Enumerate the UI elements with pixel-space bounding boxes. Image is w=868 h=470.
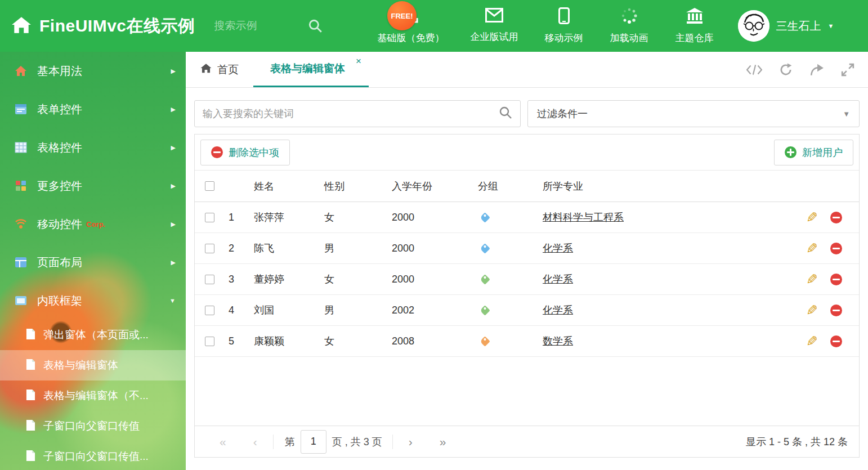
sidebar-item-more-controls[interactable]: 更多控件 ▶ [0, 167, 186, 205]
major-link[interactable]: 材料科学与工程系 [543, 212, 624, 223]
bank-icon [686, 7, 704, 26]
sidebar-item-label: 页面布局 [37, 255, 82, 270]
cell-name: 刘国 [254, 303, 324, 317]
refresh-icon[interactable] [779, 63, 793, 77]
cell-gender: 女 [324, 211, 392, 224]
nav-enterprise-trial[interactable]: 企业版试用 [471, 7, 518, 43]
row-checkbox[interactable] [205, 306, 214, 315]
table-row[interactable]: 5 康颖颖 女 2008 数学系 ✎ [195, 326, 859, 357]
first-page-button[interactable]: « [206, 436, 240, 447]
chevron-right-icon: ▶ [171, 68, 176, 75]
mobile-icon [558, 7, 570, 26]
record-summary: 显示 1 - 5 条 , 共 12 条 [746, 435, 848, 449]
cell-name: 康颖颖 [254, 334, 324, 348]
row-index: 1 [229, 212, 254, 223]
delete-icon[interactable] [830, 335, 842, 347]
delete-selected-button[interactable]: 删除选中项 [200, 140, 290, 165]
user-avatar[interactable] [738, 10, 769, 42]
sidebar-item-page-layout[interactable]: 页面布局 ▶ [0, 243, 186, 281]
table-row[interactable]: 1 张萍萍 女 2000 材料科学与工程系 ✎ [195, 202, 859, 233]
share-icon[interactable] [809, 64, 824, 76]
table-row[interactable]: 2 陈飞 男 2000 化学系 ✎ [195, 233, 859, 264]
delete-icon[interactable] [830, 212, 842, 223]
sidebar-item-basic-usage[interactable]: 基本用法 ▶ [0, 52, 186, 90]
prev-page-button[interactable]: ‹ [240, 436, 271, 447]
search-icon[interactable] [308, 19, 323, 33]
sidebar-subitem-grid-edit-window[interactable]: 表格与编辑窗体 [0, 350, 186, 381]
edit-icon[interactable]: ✎ [806, 272, 818, 287]
delete-icon[interactable] [830, 274, 842, 285]
nav-mobile-demo[interactable]: 移动示例 [544, 7, 584, 44]
delete-icon[interactable] [830, 305, 842, 316]
nav-loading-animations[interactable]: 加载动画 [610, 7, 649, 44]
cell-name: 董婷婷 [254, 272, 324, 286]
sidebar-item-label: 移动控件 [37, 217, 82, 232]
sidebar-item-form-controls[interactable]: 表单控件 ▶ [0, 90, 186, 128]
table-row[interactable]: 4 刘国 男 2002 化学系 ✎ [195, 295, 859, 326]
tab-label: 首页 [217, 62, 239, 77]
edit-icon[interactable]: ✎ [806, 303, 818, 317]
sidebar-subitem-label: 子窗口向父窗口传值 [43, 419, 140, 433]
app-logo[interactable]: FineUIMvc在线示例 [0, 15, 195, 38]
row-checkbox[interactable] [205, 275, 214, 284]
sidebar-item-iframe[interactable]: 内联框架 ▼ [0, 281, 186, 320]
keyword-search-input[interactable] [203, 108, 499, 120]
select-all-checkbox[interactable] [205, 181, 214, 191]
wireless-icon [14, 218, 28, 230]
add-user-button[interactable]: 新增用户 [774, 140, 853, 165]
major-link[interactable]: 数学系 [543, 335, 573, 347]
page-number-input[interactable] [301, 430, 326, 454]
file-icon [26, 328, 35, 342]
sidebar-item-grid-controls[interactable]: 表格控件 ▶ [0, 128, 186, 167]
delete-icon[interactable] [830, 243, 842, 254]
nav-theme-repo[interactable]: 主题仓库 [675, 7, 714, 44]
nav-label: 企业版试用 [471, 30, 518, 43]
cell-name: 张萍萍 [254, 211, 324, 224]
user-menu[interactable]: 三生石上 ▼ [738, 10, 834, 42]
edit-icon[interactable]: ✎ [806, 211, 818, 225]
sidebar-item-mobile-controls[interactable]: 移动控件 Corp. ▶ [0, 205, 186, 243]
cell-year: 2000 [392, 243, 478, 254]
header-nav: 基础版（免费） 企业版试用 移动示例 加载动画 主题仓库 [378, 7, 714, 44]
close-icon[interactable]: × [356, 56, 361, 67]
sidebar-subitem-popup-window[interactable]: 弹出窗体（本页面或... [0, 320, 186, 350]
edit-icon[interactable]: ✎ [806, 241, 818, 256]
sidebar-subitem-child-to-parent-2[interactable]: 子窗口向父窗口传值... [0, 441, 186, 470]
divider [392, 435, 393, 449]
home-logo-icon [11, 16, 32, 36]
chevron-down-icon: ▼ [169, 297, 176, 304]
sidebar-subitem-child-to-parent[interactable]: 子窗口向父窗口传值 [0, 411, 186, 441]
envelope-icon [485, 7, 503, 25]
row-checkbox[interactable] [205, 244, 214, 253]
tag-icon [480, 336, 490, 346]
major-link[interactable]: 化学系 [543, 243, 573, 254]
tab-grid-edit-window[interactable]: 表格与编辑窗体 × [253, 52, 369, 87]
nav-label: 基础版（免费） [378, 32, 445, 44]
header-search-input[interactable] [214, 20, 299, 32]
table-header-row: 姓名 性别 入学年份 分组 所学专业 [195, 171, 859, 202]
chevron-down-icon: ▼ [843, 110, 850, 118]
sidebar-item-label: 内联框架 [37, 293, 82, 308]
file-icon [26, 359, 35, 373]
code-icon[interactable] [746, 64, 762, 75]
sidebar-subitem-grid-edit-window-2[interactable]: 表格与编辑窗体（不... [0, 381, 186, 411]
last-page-button[interactable]: » [426, 436, 460, 447]
tab-home[interactable]: 首页 [186, 52, 253, 87]
next-page-button[interactable]: › [395, 436, 426, 447]
cell-gender: 女 [324, 334, 392, 348]
tag-icon [480, 243, 490, 253]
button-label: 删除选中项 [229, 146, 279, 159]
expand-icon[interactable] [841, 63, 854, 77]
row-checkbox[interactable] [205, 337, 214, 346]
row-checkbox[interactable] [205, 213, 214, 222]
major-link[interactable]: 化学系 [543, 305, 573, 316]
nav-label: 移动示例 [545, 32, 583, 44]
minus-circle-icon [211, 146, 223, 158]
filter-dropdown[interactable]: 过滤条件一 ▼ [527, 100, 860, 127]
major-link[interactable]: 化学系 [543, 274, 573, 285]
search-icon[interactable] [499, 106, 512, 122]
sidebar-item-label: 表单控件 [37, 102, 82, 117]
page-label: 第 [285, 435, 295, 449]
edit-icon[interactable]: ✎ [806, 334, 818, 348]
table-row[interactable]: 3 董婷婷 女 2000 化学系 ✎ [195, 264, 859, 295]
